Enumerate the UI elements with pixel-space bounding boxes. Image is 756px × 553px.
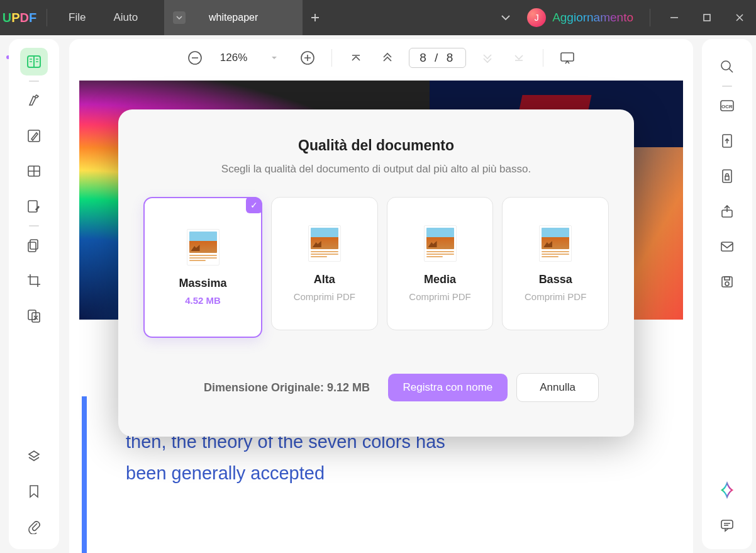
check-badge-icon: ✓ [246,197,262,213]
reader-mode-icon[interactable] [20,48,48,75]
convert-icon[interactable] [713,127,741,155]
attachment-icon[interactable] [20,513,48,540]
tab-label: whitepaper [209,12,258,23]
page-organize-icon[interactable] [20,157,48,185]
thumbnail-icon [424,225,457,262]
email-icon[interactable] [713,233,741,260]
svg-rect-4 [28,201,37,212]
compare-pages-icon[interactable] [20,302,48,330]
bookmark-icon[interactable] [20,478,48,505]
svg-rect-23 [721,520,733,528]
separator [29,225,39,226]
protect-icon[interactable] [713,162,741,190]
ocr-icon[interactable]: OCR [713,92,741,120]
window-minimize-button[interactable] [663,13,686,23]
card-label: Massima [179,277,226,290]
svg-rect-0 [704,14,710,21]
svg-text:OCR: OCR [721,104,733,109]
new-tab-button[interactable] [303,13,328,23]
card-sub: Comprimi PDF [525,291,586,302]
menu-help[interactable]: Aiuto [99,11,152,24]
first-page-button[interactable] [346,48,366,68]
separator [722,86,732,87]
window-maximize-button[interactable] [696,13,718,22]
thumbnail-icon [539,225,572,262]
original-size-label: Dimensione Originale: 9.12 MB [204,381,388,394]
separator [29,81,39,82]
svg-rect-5 [30,240,38,249]
svg-rect-6 [28,242,36,252]
zoom-dropdown-icon[interactable] [262,55,286,60]
last-page-button [509,48,529,68]
thumbnail-icon [308,225,341,262]
save-as-button[interactable]: Registra con nome [388,374,508,401]
workspace: 126% 8 / 8 same experimental results as … [0,35,756,553]
card-sub: Comprimi PDF [409,291,470,302]
edit-text-tool-icon[interactable] [20,122,48,150]
save-icon[interactable] [713,268,741,296]
zoom-out-button[interactable] [185,48,205,68]
ai-sparkle-icon[interactable] [713,476,741,504]
card-label: Bassa [539,273,572,286]
crop-tool-icon[interactable] [20,267,48,294]
titlebar: UPDF File Aiuto whitepaper J Aggiornamen… [0,0,756,35]
svg-point-12 [721,61,730,70]
presentation-mode-button[interactable] [557,48,577,68]
menu-file[interactable]: File [55,11,99,24]
zoom-in-button[interactable] [297,48,318,68]
cancel-button[interactable]: Annulla [516,373,599,402]
right-sidebar: OCR [702,39,752,549]
update-label[interactable]: Aggiornamento [552,11,633,25]
layers-icon[interactable] [20,442,48,470]
card-sub: Comprimi PDF [294,291,355,302]
tab-options-icon[interactable] [173,11,186,24]
prev-page-button[interactable] [377,48,397,68]
left-sidebar [9,39,59,549]
quality-option-media[interactable]: Media Comprimi PDF [387,197,494,330]
quality-option-alta[interactable]: Alta Comprimi PDF [271,197,378,330]
quality-modal: Qualità del documento Scegli la qualità … [118,109,634,437]
share-icon[interactable] [713,198,741,225]
fill-sign-tool-icon[interactable] [20,193,48,220]
comment-icon[interactable] [713,511,741,539]
separator [331,49,332,67]
svg-rect-22 [725,277,730,280]
window-close-button[interactable] [728,13,751,22]
highlight-tool-icon[interactable] [20,87,48,115]
tabs-dropdown-button[interactable] [484,14,527,21]
card-label: Media [424,273,456,286]
modal-title: Qualità del documento [143,137,609,154]
card-sub: 4.52 MB [185,295,221,306]
top-toolbar: 126% 8 / 8 [69,39,693,77]
tab-whitepaper[interactable]: whitepaper [164,0,303,35]
separator [543,49,543,67]
next-page-button [477,48,498,68]
user-avatar[interactable]: J [527,8,546,27]
quality-option-bassa[interactable]: Bassa Comprimi PDF [502,197,609,330]
zoom-level-text[interactable]: 126% [216,52,251,64]
quality-option-massima[interactable]: ✓ Massima 4.52 MB [143,197,262,338]
card-label: Alta [314,273,335,286]
copy-pages-icon[interactable] [20,232,48,259]
svg-point-21 [725,282,729,286]
svg-rect-11 [561,53,574,61]
app-logo: UPDF [0,11,39,25]
divider [650,9,650,26]
modal-subtitle: Scegli la qualità del documento di outpu… [143,163,609,176]
divider [47,9,47,26]
thumbnail-icon [187,229,220,265]
svg-rect-17 [725,176,729,180]
svg-rect-19 [721,242,733,251]
page-number-input[interactable]: 8 / 8 [409,48,466,68]
search-icon[interactable] [713,53,741,81]
